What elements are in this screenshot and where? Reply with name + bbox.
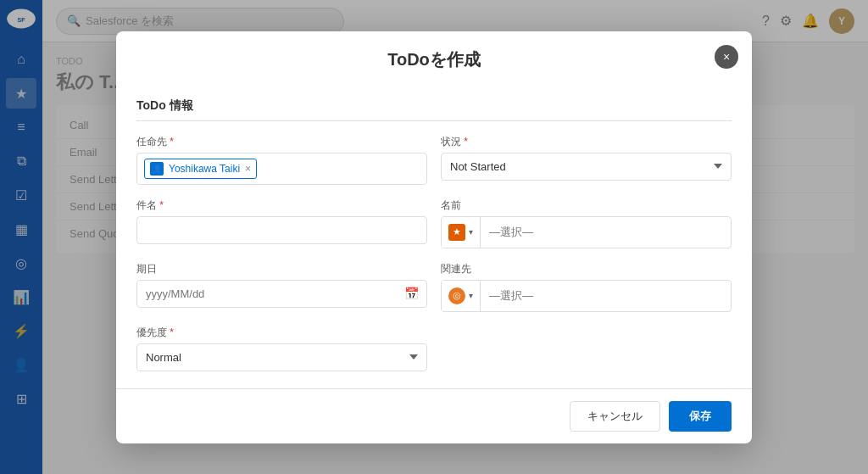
tag-remove-button[interactable]: × [245,164,251,174]
related-type-icon: ◎ [448,287,465,304]
status-field: 状況 * Not Started [441,135,732,185]
name-type-icon: ★ [448,224,465,241]
related-select-container[interactable]: ◎ ▾ [441,280,732,312]
assignee-input[interactable]: 👤 Yoshikawa Taiki × [136,153,427,185]
tag-icon: 👤 [150,162,164,176]
subject-input[interactable] [136,216,427,244]
status-label: 状況 * [441,135,732,149]
date-label: 期日 [136,262,427,276]
cancel-button[interactable]: キャンセル [570,401,660,432]
date-field: 期日 📅 [136,262,427,312]
priority-field: 優先度 * Normal High Low [136,326,427,371]
chevron-down-icon: ▾ [469,227,473,237]
assignee-label: 任命先 * [136,135,427,149]
related-field: 関連先 ◎ ▾ [441,262,732,312]
subject-field: 件名 * [136,198,427,248]
modal-header: ToDoを作成 × [116,31,752,85]
save-button[interactable]: 保存 [669,401,732,432]
name-label: 名前 [441,198,732,213]
name-type-selector[interactable]: ★ ▾ [442,217,481,248]
assignee-field: 任命先 * 👤 Yoshikawa Taiki × [136,135,427,185]
modal-body: ToDo 情報 任命先 * 👤 Yoshikawa Taiki × [116,85,752,388]
related-label: 関連先 [441,262,732,276]
create-todo-modal: ToDoを作成 × ToDo 情報 任命先 * 👤 Yoshikawa Taik… [116,31,752,443]
priority-label: 優先度 * [136,326,427,340]
modal-title: ToDoを作成 [136,48,732,71]
name-input[interactable] [481,219,731,245]
related-type-selector[interactable]: ◎ ▾ [442,281,481,311]
chevron-down-icon: ▾ [469,291,473,300]
status-select[interactable]: Not Started [441,153,732,181]
name-field: 名前 ★ ▾ [441,198,732,248]
subject-label: 件名 * [136,198,427,213]
name-select-container[interactable]: ★ ▾ [441,216,732,248]
modal-footer: キャンセル 保存 [116,388,752,443]
date-input[interactable] [136,280,427,308]
date-input-container: 📅 [136,280,427,308]
priority-select[interactable]: Normal High Low [136,343,427,371]
related-input[interactable] [481,282,731,309]
assignee-value: Yoshikawa Taiki [169,163,240,175]
close-button[interactable]: × [715,45,738,69]
section-title: ToDo 情報 [136,98,732,121]
form-grid: 任命先 * 👤 Yoshikawa Taiki × 状況 * Not Start… [136,135,732,371]
assignee-tag: 👤 Yoshikawa Taiki × [144,159,257,179]
